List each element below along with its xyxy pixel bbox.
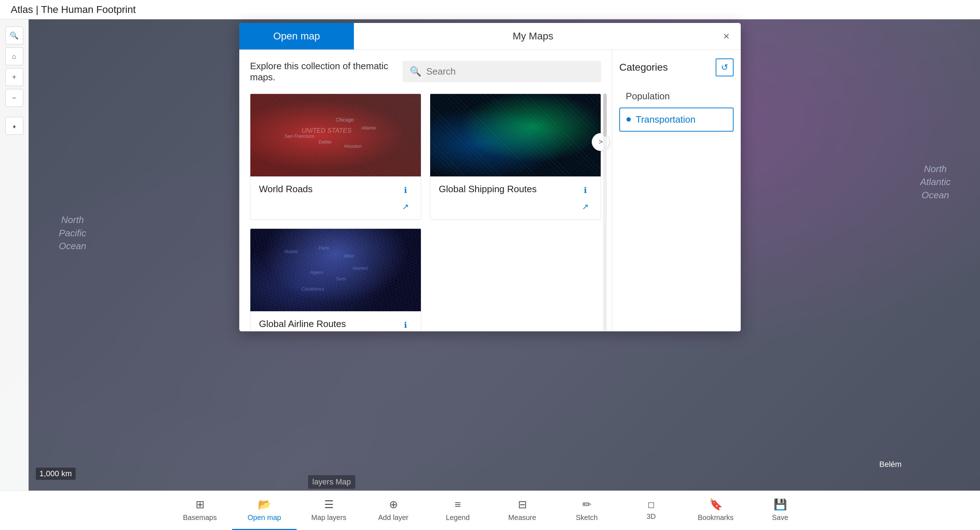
legend-icon: ≡: [455, 498, 461, 511]
categories-header: Categories ↺: [619, 59, 733, 77]
card-info-airline: Global Airline Routes ℹ: [250, 311, 421, 331]
tab-open-map[interactable]: Open map: [239, 23, 354, 49]
scroll-track[interactable]: [603, 94, 607, 331]
card-info-btn-shipping[interactable]: ℹ: [579, 184, 592, 197]
toolbar-open-map[interactable]: 📂 Open map: [232, 491, 297, 530]
thumb-text-dallas: Dallas: [318, 139, 331, 145]
card-info-btn-world-roads[interactable]: ℹ: [399, 184, 412, 197]
thumb-text-sf: San Francisco: [285, 133, 314, 139]
thumb-text-atlanta: Atlanta: [361, 125, 375, 131]
thumb-text-madrid: Madrid: [285, 249, 298, 254]
cards-grid: UNITED STATES Chicago San Francisco Dall…: [250, 94, 601, 331]
explore-text: Explore this collection of thematic maps…: [250, 61, 402, 83]
categories-title: Categories: [619, 62, 668, 73]
open-map-icon: 📂: [258, 498, 271, 511]
add-layer-icon: ⊕: [389, 498, 398, 511]
transportation-bullet: [627, 117, 631, 121]
bookmarks-icon: 🔖: [709, 498, 722, 511]
legend-label: Legend: [446, 514, 470, 522]
sketch-label: Sketch: [576, 514, 597, 522]
thumb-text-houston: Houston: [344, 144, 361, 149]
open-map-label: Open map: [248, 514, 281, 522]
sketch-icon: ✏: [582, 498, 591, 511]
basemaps-label: Basemaps: [183, 514, 217, 522]
thumb-text-us: UNITED STATES: [302, 127, 352, 134]
scroll-next-button[interactable]: >: [592, 133, 609, 151]
category-population[interactable]: Population: [619, 85, 733, 108]
card-info-shipping: Global Shipping Routes ℹ ↗: [430, 176, 601, 219]
thumb-text-chicago: Chicago: [336, 117, 354, 123]
basemaps-icon: ⊞: [196, 498, 205, 511]
app-title: Atlas | The Human Footprint: [11, 4, 136, 15]
measure-icon: ⊟: [518, 498, 527, 511]
thumb-text-paris: Paris: [318, 245, 329, 251]
card-open-btn-world-roads[interactable]: ↗: [399, 200, 412, 214]
toolbar-legend[interactable]: ≡ Legend: [426, 491, 490, 530]
card-thumbnail-world-roads: UNITED STATES Chicago San Francisco Dall…: [250, 94, 421, 176]
categories-reset-button[interactable]: ↺: [716, 59, 733, 77]
card-open-btn-shipping[interactable]: ↗: [579, 200, 592, 214]
search-box[interactable]: 🔍: [402, 61, 601, 82]
save-label: Save: [772, 514, 788, 522]
toolbar-add-layer[interactable]: ⊕ Add layer: [361, 491, 426, 530]
search-icon: 🔍: [410, 66, 421, 77]
card-info-world-roads: World Roads ℹ ↗: [250, 176, 421, 219]
add-layer-label: Add layer: [378, 514, 409, 522]
card-actions-world-roads: ℹ ↗: [399, 184, 412, 214]
modal-main-content[interactable]: Explore this collection of thematic maps…: [239, 50, 612, 331]
card-actions-shipping: ℹ ↗: [579, 184, 592, 214]
map-layers-icon: ☰: [324, 498, 334, 511]
card-info-btn-airline[interactable]: ℹ: [399, 318, 412, 331]
toolbar-map-layers[interactable]: ☰ Map layers: [297, 491, 361, 530]
search-bar-row: Explore this collection of thematic maps…: [250, 61, 601, 83]
toolbar-3d[interactable]: ◻ 3D: [619, 491, 683, 530]
card-global-airline[interactable]: Paris Milan Madrid Algiers Istanbul Tuni…: [250, 228, 421, 331]
card-title-world-roads: World Roads: [259, 184, 313, 195]
modal-body: Explore this collection of thematic maps…: [239, 50, 741, 331]
card-title-airline: Global Airline Routes: [259, 318, 346, 330]
population-label: Population: [626, 91, 670, 102]
modal-close-button[interactable]: ×: [712, 23, 741, 49]
3d-label: 3D: [646, 512, 656, 521]
bookmarks-label: Bookmarks: [698, 514, 733, 522]
modal-overlay: Open map My Maps × Explore this collecti…: [0, 19, 980, 490]
card-global-shipping[interactable]: Global Shipping Routes ℹ ↗: [430, 94, 601, 220]
toolbar-sketch[interactable]: ✏ Sketch: [554, 491, 619, 530]
card-thumbnail-airline: Paris Milan Madrid Algiers Istanbul Tuni…: [250, 229, 421, 311]
title-bar: Atlas | The Human Footprint: [0, 0, 980, 19]
card-title-shipping: Global Shipping Routes: [439, 184, 536, 195]
thumb-text-istanbul: Istanbul: [353, 266, 368, 271]
transportation-label: Transportation: [636, 114, 695, 125]
toolbar-basemaps[interactable]: ⊞ Basemaps: [168, 491, 232, 530]
thumb-text-algiers: Algiers: [310, 270, 323, 275]
cards-container: UNITED STATES Chicago San Francisco Dall…: [250, 94, 601, 331]
categories-panel: Categories ↺ Population Transportation: [612, 50, 741, 331]
card-thumbnail-shipping: [430, 94, 601, 176]
card-actions-airline: ℹ: [399, 318, 412, 331]
toolbar-measure[interactable]: ⊟ Measure: [490, 491, 554, 530]
toolbar-save[interactable]: 💾 Save: [748, 491, 812, 530]
modal-header: Open map My Maps ×: [239, 23, 741, 50]
3d-icon: ◻: [648, 500, 655, 509]
bottom-toolbar: ⊞ Basemaps 📂 Open map ☰ Map layers ⊕ Add…: [0, 490, 980, 530]
thumb-text-tunis: Tunis: [336, 276, 346, 281]
card-world-roads[interactable]: UNITED STATES Chicago San Francisco Dall…: [250, 94, 421, 220]
thumb-text-milan: Milan: [344, 254, 355, 259]
search-input[interactable]: [426, 66, 594, 77]
scroll-next-container: >: [592, 133, 609, 151]
thumb-text-casablanca: Casablanca: [302, 287, 324, 292]
measure-label: Measure: [508, 514, 536, 522]
save-icon: 💾: [774, 498, 787, 511]
map-layers-label: Map layers: [311, 514, 346, 522]
open-map-modal: Open map My Maps × Explore this collecti…: [239, 23, 741, 331]
reset-icon: ↺: [721, 62, 728, 72]
tab-my-maps[interactable]: My Maps: [354, 23, 712, 49]
scroll-thumb[interactable]: [603, 94, 607, 137]
category-transportation[interactable]: Transportation: [619, 108, 733, 132]
toolbar-bookmarks[interactable]: 🔖 Bookmarks: [683, 491, 748, 530]
